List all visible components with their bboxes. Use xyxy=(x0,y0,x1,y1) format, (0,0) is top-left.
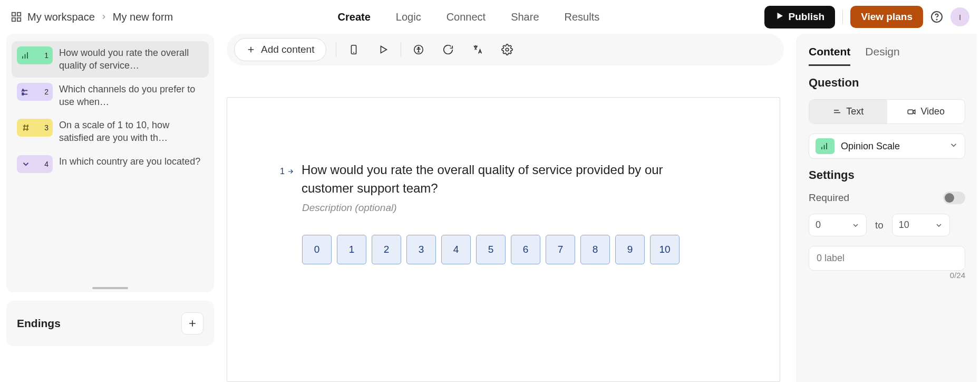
seg-video[interactable]: Video xyxy=(887,100,965,123)
avatar[interactable]: I xyxy=(950,7,969,26)
q2-number: 2 xyxy=(44,88,48,96)
svg-point-13 xyxy=(418,47,419,48)
svg-text:A—: A— xyxy=(22,88,27,91)
mobile-preview-icon[interactable] xyxy=(346,42,362,58)
divider xyxy=(401,42,401,57)
help-icon[interactable] xyxy=(930,11,943,23)
svg-rect-1 xyxy=(17,13,21,16)
add-ending-button[interactable] xyxy=(181,312,203,335)
breadcrumb: My workspace My new form xyxy=(11,11,173,23)
svg-rect-15 xyxy=(908,110,914,114)
question-type-multichoice-icon: A—B— 2 xyxy=(17,83,53,101)
question-list: 1 How would you rate the overall quality… xyxy=(6,34,214,292)
tab-create[interactable]: Create xyxy=(338,11,371,23)
q3-number: 3 xyxy=(44,123,48,132)
question-media-segmented: Text Video xyxy=(809,99,965,124)
q4-number: 4 xyxy=(44,160,48,168)
label-0-input[interactable]: 0 label xyxy=(809,246,965,271)
question-title-input[interactable]: How would you rate the overall quality o… xyxy=(302,161,692,198)
sidebar-question-2[interactable]: A—B— 2 Which channels do you prefer to u… xyxy=(12,78,209,114)
add-content-label: Add content xyxy=(261,44,314,55)
play-icon xyxy=(775,11,784,23)
workspace-grid-icon[interactable] xyxy=(11,11,22,23)
question-type-number-icon: 3 xyxy=(17,119,53,137)
publish-button[interactable]: Publish xyxy=(764,6,836,28)
svg-point-6 xyxy=(936,19,937,20)
svg-rect-3 xyxy=(17,18,21,21)
settings-section-heading: Settings xyxy=(809,168,965,182)
question-index-number: 1 xyxy=(280,167,285,176)
gear-icon[interactable] xyxy=(499,42,515,58)
range-from-value: 0 xyxy=(816,219,821,231)
panel-tab-content[interactable]: Content xyxy=(809,39,850,66)
divider xyxy=(336,42,336,57)
panel-tab-design[interactable]: Design xyxy=(865,39,899,66)
refresh-icon[interactable] xyxy=(440,42,456,58)
scale-option-1[interactable]: 1 xyxy=(337,235,366,264)
scale-option-4[interactable]: 4 xyxy=(441,235,471,264)
plans-label: View plans xyxy=(861,11,913,23)
sidebar-question-4[interactable]: 4 In which country are you located? xyxy=(12,150,209,178)
q2-text: Which channels do you prefer to use when… xyxy=(59,83,203,109)
svg-text:B—: B— xyxy=(22,92,27,96)
tab-results[interactable]: Results xyxy=(565,11,600,23)
range-to-select[interactable]: 10 xyxy=(892,214,950,236)
question-type-opinion-icon: 1 xyxy=(17,46,53,64)
question-type-select[interactable]: Opinion Scale xyxy=(809,133,965,159)
q4-text: In which country are you located? xyxy=(59,155,200,168)
view-plans-button[interactable]: View plans xyxy=(850,6,923,28)
accessibility-icon[interactable] xyxy=(411,42,426,58)
endings-panel: Endings xyxy=(6,301,214,346)
chevron-down-icon xyxy=(949,140,958,152)
scale-option-7[interactable]: 7 xyxy=(546,235,575,264)
toggle-knob xyxy=(945,193,954,203)
sidebar-question-1[interactable]: 1 How would you rate the overall quality… xyxy=(12,41,209,78)
scale-option-10[interactable]: 10 xyxy=(650,235,680,264)
scale-option-6[interactable]: 6 xyxy=(511,235,540,264)
label-0-char-count: 0/24 xyxy=(809,271,965,280)
required-label: Required xyxy=(809,192,849,204)
scale-option-2[interactable]: 2 xyxy=(372,235,401,264)
tab-share[interactable]: Share xyxy=(511,11,539,23)
seg-text-label: Text xyxy=(846,106,863,117)
svg-marker-11 xyxy=(381,46,387,53)
q1-number: 1 xyxy=(44,51,48,60)
required-toggle[interactable] xyxy=(943,192,965,204)
question-description-input[interactable]: Description (optional) xyxy=(302,202,753,214)
sidebar-question-3[interactable]: 3 On a scale of 1 to 10, how satisfied a… xyxy=(12,113,209,150)
tab-logic[interactable]: Logic xyxy=(396,11,421,23)
translate-icon[interactable] xyxy=(470,42,486,58)
endings-title: Endings xyxy=(17,317,61,330)
chevron-right-icon xyxy=(100,11,108,23)
scale-option-8[interactable]: 8 xyxy=(580,235,610,264)
label-0-placeholder: 0 label xyxy=(817,253,845,263)
seg-video-label: Video xyxy=(920,106,945,117)
svg-marker-16 xyxy=(913,110,915,114)
preview-play-icon[interactable] xyxy=(375,42,391,58)
svg-point-14 xyxy=(506,48,509,51)
range-from-select[interactable]: 0 xyxy=(809,214,867,236)
seg-text[interactable]: Text xyxy=(809,100,887,123)
type-label: Opinion Scale xyxy=(841,141,900,152)
q1-text: How would you rate the overall quality o… xyxy=(59,46,203,72)
q3-text: On a scale of 1 to 10, how satisfied are… xyxy=(59,119,203,145)
properties-panel: Content Design Question Text Video Opini… xyxy=(797,34,977,382)
scale-option-3[interactable]: 3 xyxy=(406,235,436,264)
drag-handle[interactable] xyxy=(92,287,128,289)
publish-label: Publish xyxy=(789,11,825,23)
question-index: 1 xyxy=(280,167,294,176)
range-to-value: 10 xyxy=(899,219,909,231)
breadcrumb-form[interactable]: My new form xyxy=(113,11,173,23)
tab-connect[interactable]: Connect xyxy=(447,11,486,23)
scale-option-0[interactable]: 0 xyxy=(302,235,332,264)
scale-option-9[interactable]: 9 xyxy=(615,235,645,264)
editor-toolbar: Add content xyxy=(227,34,784,65)
nav-tabs: Create Logic Connect Share Results xyxy=(181,11,755,23)
svg-rect-2 xyxy=(12,18,15,21)
breadcrumb-workspace[interactable]: My workspace xyxy=(27,11,95,23)
opinion-scale-icon xyxy=(816,138,835,154)
question-type-dropdown-icon: 4 xyxy=(17,155,53,173)
question-canvas: 1 How would you rate the overall quality… xyxy=(227,97,780,382)
scale-option-5[interactable]: 5 xyxy=(476,235,506,264)
add-content-button[interactable]: Add content xyxy=(234,38,326,61)
